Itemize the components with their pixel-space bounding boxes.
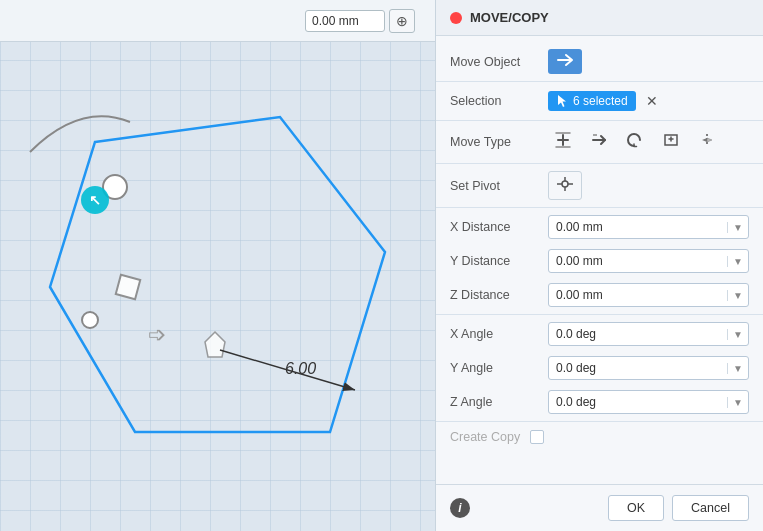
move-object-btn[interactable] <box>548 49 582 74</box>
panel-footer: i OK Cancel <box>436 484 763 531</box>
z-distance-input[interactable] <box>549 284 727 306</box>
move-type-label: Move Type <box>450 135 540 149</box>
y-distance-row: Y Distance ▼ <box>436 244 763 278</box>
create-copy-checkbox[interactable] <box>530 430 544 444</box>
svg-point-5 <box>82 312 98 328</box>
move-type-mirror-btn[interactable] <box>692 128 722 156</box>
canvas-area: ⊕ ↖ ➩ <box>0 0 435 531</box>
cancel-button[interactable]: Cancel <box>672 495 749 521</box>
panel: MOVE/COPY Move Object Selection <box>435 0 763 531</box>
move-type-translate-btn[interactable] <box>548 128 578 156</box>
y-distance-input[interactable] <box>549 250 727 272</box>
z-distance-label: Z Distance <box>450 288 540 302</box>
z-angle-arrow[interactable]: ▼ <box>727 397 748 408</box>
z-distance-row: Z Distance ▼ <box>436 278 763 312</box>
selection-label: Selection <box>450 94 540 108</box>
selection-clear-btn[interactable]: ✕ <box>642 91 662 111</box>
move-type-scale-btn[interactable] <box>656 128 686 156</box>
measurement-label: 6.00 <box>285 360 316 377</box>
selection-row: Selection 6 selected ✕ <box>436 84 763 118</box>
svg-point-11 <box>562 181 568 187</box>
svg-text:➩: ➩ <box>148 322 166 347</box>
x-angle-row: X Angle ▼ <box>436 317 763 351</box>
y-angle-input[interactable] <box>549 357 727 379</box>
set-pivot-btn[interactable] <box>548 171 582 200</box>
y-distance-input-wrapper[interactable]: ▼ <box>548 249 749 273</box>
z-distance-input-wrapper[interactable]: ▼ <box>548 283 749 307</box>
toolbar-distance-input[interactable] <box>305 10 385 32</box>
x-angle-input[interactable] <box>549 323 727 345</box>
z-angle-input-wrapper[interactable]: ▼ <box>548 390 749 414</box>
set-pivot-label: Set Pivot <box>450 179 540 193</box>
ok-button[interactable]: OK <box>608 495 664 521</box>
create-copy-label: Create Copy <box>450 430 520 444</box>
x-angle-label: X Angle <box>450 327 540 341</box>
x-distance-input[interactable] <box>549 216 727 238</box>
set-pivot-controls <box>548 171 749 200</box>
move-type-rotate-btn[interactable] <box>620 128 650 156</box>
y-angle-input-wrapper[interactable]: ▼ <box>548 356 749 380</box>
z-angle-row: Z Angle ▼ <box>436 385 763 419</box>
x-distance-row: X Distance ▼ <box>436 210 763 244</box>
move-type-translate2-btn[interactable] <box>584 128 614 156</box>
panel-header: MOVE/COPY <box>436 0 763 36</box>
move-object-controls <box>548 49 749 74</box>
toolbar-strip: ⊕ <box>0 0 435 42</box>
panel-body: Move Object Selection <box>436 36 763 484</box>
x-distance-input-wrapper[interactable]: ▼ <box>548 215 749 239</box>
y-distance-arrow[interactable]: ▼ <box>727 256 748 267</box>
x-angle-input-wrapper[interactable]: ▼ <box>548 322 749 346</box>
svg-text:↖: ↖ <box>89 192 101 208</box>
selection-badge[interactable]: 6 selected <box>548 91 636 111</box>
create-copy-row: Create Copy <box>436 424 763 450</box>
y-angle-arrow[interactable]: ▼ <box>727 363 748 374</box>
move-type-row: Move Type <box>436 123 763 161</box>
panel-close-icon <box>450 12 462 24</box>
move-type-controls <box>548 128 749 156</box>
toolbar-move-btn[interactable]: ⊕ <box>389 9 415 33</box>
y-angle-row: Y Angle ▼ <box>436 351 763 385</box>
move-object-label: Move Object <box>450 55 540 69</box>
panel-title: MOVE/COPY <box>470 10 549 25</box>
move-object-row: Move Object <box>436 44 763 79</box>
selected-count: 6 selected <box>573 94 628 108</box>
x-distance-arrow[interactable]: ▼ <box>727 222 748 233</box>
z-distance-arrow[interactable]: ▼ <box>727 290 748 301</box>
toolbar-input-group: ⊕ <box>305 9 415 33</box>
set-pivot-row: Set Pivot <box>436 166 763 205</box>
svg-marker-7 <box>205 332 225 357</box>
y-distance-label: Y Distance <box>450 254 540 268</box>
z-angle-input[interactable] <box>549 391 727 413</box>
y-angle-label: Y Angle <box>450 361 540 375</box>
svg-rect-4 <box>116 275 140 299</box>
z-angle-label: Z Angle <box>450 395 540 409</box>
selection-controls: 6 selected ✕ <box>548 91 749 111</box>
x-distance-label: X Distance <box>450 220 540 234</box>
canvas-svg: ↖ ➩ 6.00 <box>0 42 435 531</box>
x-angle-arrow[interactable]: ▼ <box>727 329 748 340</box>
info-btn[interactable]: i <box>450 498 470 518</box>
